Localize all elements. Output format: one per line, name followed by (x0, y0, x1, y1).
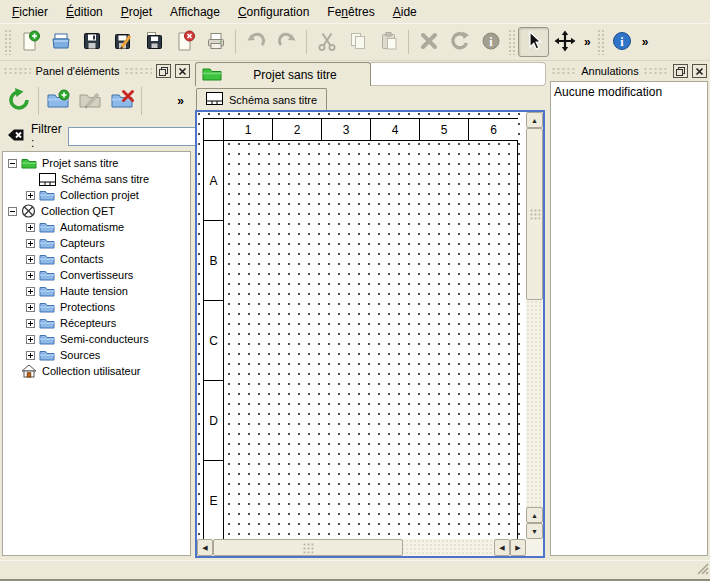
scroll-up-button[interactable]: ▲ (526, 507, 543, 523)
redo-icon (276, 30, 298, 55)
tree-item-convertisseurs[interactable]: Convertisseurs (3, 267, 190, 283)
undo-panel-header: Annulations (548, 62, 710, 80)
panel-reload[interactable] (3, 85, 35, 117)
scroll-left-button[interactable]: ◀ (197, 539, 213, 556)
toolbar-save-as[interactable] (107, 27, 138, 57)
tree-item-haute-tension[interactable]: Haute tension (3, 283, 190, 299)
menu-aide[interactable]: Aide (384, 2, 426, 22)
panel-delete-category[interactable] (106, 85, 138, 117)
clear-filter-icon[interactable] (7, 128, 25, 145)
menu-fenetres[interactable]: Fenêtres (318, 2, 383, 22)
tree-expander-plus[interactable] (26, 303, 35, 312)
menu-edition[interactable]: Édition (57, 2, 112, 22)
new-folder-icon (45, 87, 71, 116)
tree-item-semi-conducteurs[interactable]: Semi-conducteurs (3, 331, 190, 347)
float-panel-button[interactable] (156, 64, 171, 78)
toolbar-handle[interactable] (508, 29, 516, 55)
tree-expander-plus[interactable] (26, 191, 35, 200)
scroll-left-button[interactable]: ◀ (494, 539, 510, 556)
horizontal-scrollbar[interactable]: ◀ ◀ ▶ (197, 539, 526, 556)
tree-item-collection-qet[interactable]: Collection QET (3, 203, 190, 219)
reload-icon (6, 87, 32, 116)
toolbar-rotate[interactable] (444, 27, 475, 57)
toolbar-copy[interactable] (342, 27, 373, 57)
column-header: 1 (224, 119, 273, 140)
tree-expander-plus[interactable] (26, 271, 35, 280)
toolbar-undo[interactable] (240, 27, 271, 57)
toolbar-open[interactable] (45, 27, 76, 57)
toolbar-cut[interactable] (311, 27, 342, 57)
tree-item-schema-sans-titre[interactable]: Schéma sans titre (3, 171, 190, 187)
dock-drag-handle[interactable] (643, 67, 669, 75)
tree-item-protections[interactable]: Protections (3, 299, 190, 315)
scroll-up-button[interactable]: ▲ (526, 112, 543, 128)
tree-expander-minus[interactable] (8, 159, 17, 168)
horizontal-scroll-thumb[interactable] (213, 539, 403, 556)
toolbar-information-gray[interactable]: i (475, 27, 506, 57)
toolbar-delete[interactable] (413, 27, 444, 57)
dock-drag-handle[interactable] (3, 67, 31, 75)
toolbar-save[interactable] (76, 27, 107, 57)
dock-drag-handle[interactable] (124, 67, 152, 75)
vertical-scrollbar[interactable]: ▲ ▲ ▼ (526, 112, 543, 539)
toolbar-handle[interactable] (4, 29, 12, 55)
tree-item-collection-projet[interactable]: Collection projet (3, 187, 190, 203)
panel-overflow-chevron[interactable]: » (177, 94, 184, 108)
print-icon (205, 30, 227, 55)
rotate-icon (449, 30, 471, 55)
schema-tab[interactable]: Schéma sans titre (196, 88, 327, 110)
toolbar-separator (235, 30, 236, 54)
panel-new-category[interactable] (42, 85, 74, 117)
menu-configuration[interactable]: Configuration (229, 2, 318, 22)
menu-affichage[interactable]: Affichage (161, 2, 229, 22)
tree-expander-plus[interactable] (26, 223, 35, 232)
toolbar-handle[interactable] (597, 29, 605, 55)
tree-item-collection-utilisateur[interactable]: Collection utilisateur (3, 363, 190, 379)
tree-item-capteurs[interactable]: Capteurs (3, 235, 190, 251)
tree-item-contacts[interactable]: Contacts (3, 251, 190, 267)
toolbar-paste[interactable] (373, 27, 404, 57)
toolbar-close-file[interactable] (169, 27, 200, 57)
tree-expander-plus[interactable] (26, 319, 35, 328)
menu-fichier[interactable]: Fichier (3, 2, 57, 22)
tree-expander-minus[interactable] (8, 207, 17, 216)
tree-expander-plus[interactable] (26, 239, 35, 248)
resize-grip[interactable] (696, 562, 709, 578)
toolbar-overflow-chevron[interactable]: » (580, 35, 595, 49)
toolbar-redo[interactable] (271, 27, 302, 57)
toolbar-new-document[interactable] (14, 27, 45, 57)
diagram-canvas[interactable]: 123456 ABCDE (197, 112, 526, 539)
tree-expander-plus[interactable] (26, 255, 35, 264)
tree-item-label: Automatisme (60, 221, 124, 233)
float-panel-button[interactable] (673, 64, 688, 78)
close-panel-button[interactable] (692, 64, 707, 78)
project-tab[interactable]: Projet sans titre (195, 62, 371, 86)
tree-expander-plus[interactable] (26, 351, 35, 360)
filter-label: Filtrer : (31, 122, 62, 150)
dock-drag-handle[interactable] (551, 67, 577, 75)
tree-item-sources[interactable]: Sources (3, 347, 190, 363)
toolbar-save-all[interactable] (138, 27, 169, 57)
scroll-down-button[interactable]: ▼ (526, 523, 543, 539)
undo-list-item[interactable]: Aucune modification (551, 83, 707, 100)
tree-item-projet-sans-titre[interactable]: Projet sans titre (3, 155, 190, 171)
horizontal-scroll-track[interactable] (403, 539, 494, 556)
tree-expander-plus[interactable] (26, 335, 35, 344)
row-header: D (204, 381, 223, 461)
toolbar-move-tool[interactable] (549, 27, 580, 57)
toolbar-print[interactable] (200, 27, 231, 57)
toolbar-select-tool[interactable] (518, 27, 549, 57)
panel-edit-category[interactable] (74, 85, 106, 117)
toolbar-overflow-chevron[interactable]: » (638, 35, 653, 49)
vertical-scroll-track[interactable] (526, 300, 543, 507)
menu-projet[interactable]: Projet (112, 2, 161, 22)
scroll-right-button[interactable]: ▶ (510, 539, 526, 556)
tree-expander-plus[interactable] (26, 287, 35, 296)
close-panel-button[interactable] (175, 64, 190, 78)
toolbar-info-blue[interactable]: i (607, 27, 638, 57)
tree-item-automatisme[interactable]: Automatisme (3, 219, 190, 235)
vertical-scroll-thumb[interactable] (526, 128, 543, 300)
tree-item-recepteurs[interactable]: Récepteurs (3, 315, 190, 331)
tree-item-label: Contacts (60, 253, 103, 265)
folder-icon (39, 285, 55, 297)
